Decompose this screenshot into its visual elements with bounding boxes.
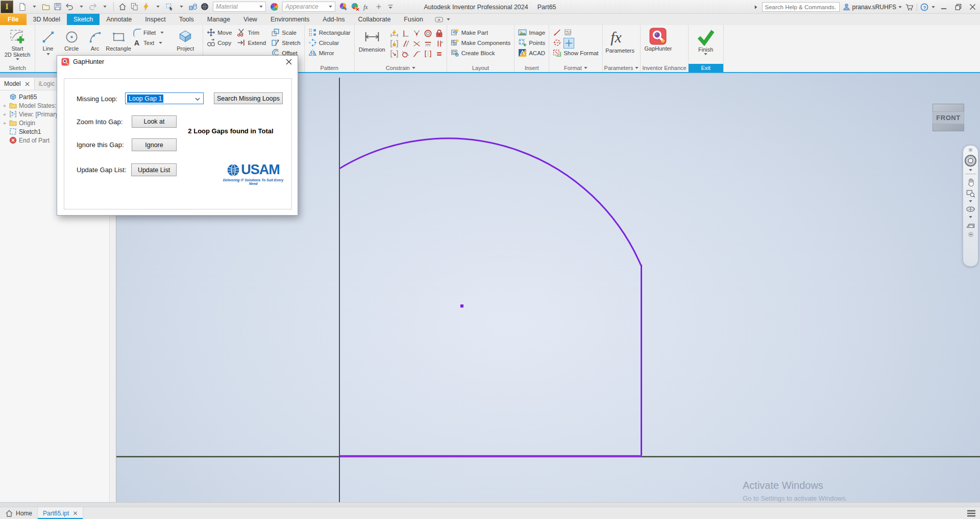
trim-icon[interactable] <box>237 28 246 37</box>
appearance-dropdown[interactable]: Appearance <box>282 2 335 12</box>
tab-fusion[interactable]: Fusion <box>397 14 430 25</box>
look-at-button[interactable]: Look at <box>132 115 177 128</box>
view-cube[interactable]: FRONT <box>933 104 964 131</box>
show-format-button[interactable]: Show Format <box>551 48 600 58</box>
document-tab[interactable]: Part65.ipt ✕ <box>37 507 83 519</box>
create-block-button[interactable]: Create Block <box>449 48 513 58</box>
group-label-format[interactable]: Format <box>551 64 600 72</box>
points-icon[interactable] <box>518 38 527 47</box>
fx-icon[interactable]: fx <box>362 2 372 12</box>
redo-icon[interactable] <box>88 2 98 12</box>
view-cube-front-face[interactable]: FRONT <box>933 111 964 124</box>
fillet-icon[interactable] <box>133 28 141 37</box>
hamburger-menu-icon[interactable] <box>963 507 980 519</box>
center-point-icon[interactable] <box>565 39 573 48</box>
tab-inspect[interactable]: Inspect <box>138 14 172 25</box>
browser-tab-model[interactable]: Model <box>0 78 35 90</box>
browser-tab-ilogic[interactable]: iLogic <box>35 78 59 90</box>
ignore-button[interactable]: Ignore <box>132 138 177 151</box>
home-icon[interactable] <box>117 2 128 12</box>
gaphunter-button[interactable]: GapHunter <box>642 26 674 64</box>
lock-button[interactable] <box>434 28 445 38</box>
chevron-down-icon[interactable] <box>932 6 935 8</box>
minus-button[interactable] <box>964 231 977 238</box>
plus-icon[interactable] <box>374 2 384 12</box>
update-list-button[interactable]: Update List <box>131 163 177 176</box>
constraint-settings-button[interactable] <box>389 38 400 49</box>
make-components-icon[interactable] <box>451 38 459 47</box>
line-button[interactable]: Line <box>37 26 59 64</box>
pan-button[interactable] <box>964 176 977 187</box>
acad-icon[interactable] <box>518 49 527 57</box>
create-block-icon[interactable] <box>451 49 459 57</box>
mirror-icon[interactable] <box>308 49 317 57</box>
points-button[interactable]: Points <box>516 38 547 48</box>
ribbon-collapse-icon[interactable] <box>435 14 450 25</box>
look-button[interactable] <box>964 219 977 231</box>
acad-button[interactable]: ACAD <box>516 48 547 58</box>
trim-button[interactable]: Trim <box>235 28 268 38</box>
qat-caret-icon[interactable] <box>385 2 396 12</box>
finish-button[interactable]: Finish <box>690 26 722 64</box>
fillet-button[interactable]: Fillet <box>131 28 168 38</box>
show-format-icon[interactable] <box>553 49 561 57</box>
search-missing-loops-button[interactable]: Search Missing Loops <box>214 92 283 104</box>
material-dropdown[interactable]: Material <box>213 2 266 12</box>
construction-line-icon[interactable] <box>553 28 561 37</box>
tab-annotate[interactable]: Annotate <box>100 14 138 25</box>
rect-pattern-icon[interactable] <box>308 28 317 37</box>
centerline-icon[interactable] <box>553 38 561 47</box>
cart-icon[interactable] <box>905 3 914 11</box>
tab-add-ins[interactable]: Add-Ins <box>316 14 351 25</box>
caret-icon[interactable] <box>964 168 977 172</box>
new-file-icon[interactable] <box>17 2 28 12</box>
tab-tools[interactable]: Tools <box>173 14 201 25</box>
expander-plus-icon[interactable]: + <box>2 111 7 117</box>
tab-collaborate[interactable]: Collaborate <box>351 14 397 25</box>
maximize-button[interactable] <box>952 2 964 13</box>
start-2d-sketch-button[interactable]: Start2D Sketch <box>2 26 33 64</box>
dimension-button[interactable]: Dimension <box>356 26 388 64</box>
swatch-x-icon[interactable] <box>350 2 360 12</box>
horizontal-button[interactable] <box>423 38 434 49</box>
parameters-button[interactable]: fxParameters <box>604 26 636 64</box>
paste-icon[interactable] <box>129 2 139 12</box>
group-label-parameters[interactable]: Parameters <box>604 64 639 72</box>
expander-plus-icon[interactable]: + <box>2 103 7 109</box>
auto-dimension-button[interactable] <box>389 28 400 38</box>
text-button[interactable]: AText <box>131 38 168 48</box>
tab-manage[interactable]: Manage <box>201 14 237 25</box>
image-button[interactable]: Image <box>516 28 547 38</box>
format-icons-button[interactable] <box>551 38 600 48</box>
move-icon[interactable] <box>207 28 215 37</box>
image-icon[interactable] <box>518 28 527 37</box>
caret-icon[interactable] <box>964 199 977 203</box>
tab-environments[interactable]: Environments <box>264 14 316 25</box>
color-wheel-icon[interactable] <box>269 2 279 12</box>
rectangular-button[interactable]: Rectangular <box>306 28 353 38</box>
dialog-close-button[interactable] <box>280 56 298 68</box>
dialog-title-bar[interactable]: GapHunter <box>57 56 298 68</box>
tab-file[interactable]: File <box>0 14 27 25</box>
measure-icon[interactable] <box>188 2 198 12</box>
help-icon[interactable]: ? <box>920 3 928 11</box>
tab-view[interactable]: View <box>237 14 264 25</box>
open-icon[interactable] <box>41 2 51 12</box>
swatch-plus-icon[interactable] <box>338 2 349 12</box>
minimize-button[interactable] <box>938 2 949 13</box>
show-constraints-button[interactable] <box>389 49 400 59</box>
smooth-button[interactable] <box>411 49 423 59</box>
select-icon[interactable] <box>164 2 175 12</box>
driven-dim-icon[interactable]: H(x) <box>564 28 572 37</box>
scale-button[interactable]: Scale <box>269 28 302 38</box>
scale-icon[interactable] <box>271 28 280 37</box>
expander-plus-icon[interactable]: + <box>2 120 7 126</box>
copy-icon[interactable] <box>207 38 215 47</box>
concentric-button[interactable] <box>423 28 434 38</box>
wheel-button[interactable] <box>964 153 977 168</box>
circ-pattern-icon[interactable] <box>308 38 317 47</box>
vertical-button[interactable] <box>434 38 445 49</box>
orbit-button[interactable] <box>964 203 977 215</box>
home-tab[interactable]: Home <box>0 507 37 519</box>
tab-3d-model[interactable]: 3D Model <box>27 14 67 25</box>
